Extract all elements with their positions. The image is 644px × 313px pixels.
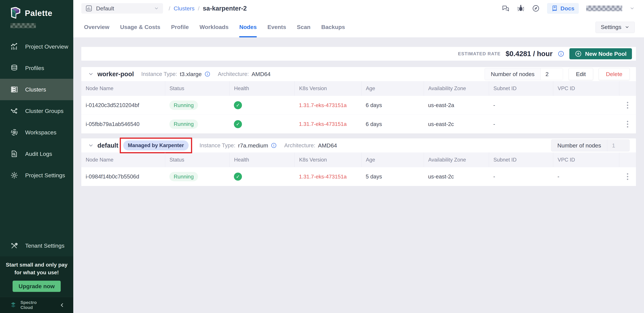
k8s-version: 1.31.7-eks-473151a <box>294 121 361 127</box>
tab-usage-costs[interactable]: Usage & Costs <box>120 17 160 37</box>
table-row: i-0984f14b0c7b5506d Running ✓ 1.31.7-eks… <box>81 167 636 186</box>
chevron-down-icon <box>154 6 159 11</box>
pool-controls: Number of nodes 2 Edit Delete <box>484 68 630 80</box>
topbar-actions: Docs <box>502 3 634 14</box>
tools-icon <box>10 242 18 250</box>
tab-scan[interactable]: Scan <box>297 17 310 37</box>
node-age: 6 days <box>361 102 424 108</box>
sidebar-item-cluster-groups[interactable]: Cluster Groups <box>0 100 73 122</box>
nodes-content: ESTIMATED RATE $0.4281 / hour New Node P… <box>73 37 644 313</box>
status-badge: Running <box>169 100 198 110</box>
docs-button[interactable]: Docs <box>547 3 579 14</box>
chat-icon[interactable] <box>502 4 510 12</box>
collapse-pool-icon[interactable] <box>88 71 94 77</box>
sidebar-item-audit-logs[interactable]: Audit Logs <box>0 143 73 165</box>
pool-header: worker-pool Instance Type: t3.xlarge Arc… <box>81 67 636 81</box>
architecture-meta: Architecture: AMD64 <box>218 71 270 77</box>
sidebar-item-label: Cluster Groups <box>25 108 64 114</box>
sidebar-item-label: Workspaces <box>25 129 56 136</box>
tab-overview[interactable]: Overview <box>84 17 109 37</box>
subnet-id: - <box>489 173 553 180</box>
number-of-nodes-control: Number of nodes 1 <box>551 139 630 151</box>
estimated-rate-label: ESTIMATED RATE <box>458 51 500 56</box>
palette-logo: Palette <box>0 0 73 19</box>
upgrade-now-button[interactable]: Upgrade now <box>12 281 61 292</box>
delete-pool-button[interactable]: Delete <box>599 68 630 80</box>
redacted-project-name <box>10 23 36 28</box>
tab-workloads[interactable]: Workloads <box>200 17 228 37</box>
book-icon <box>552 5 558 11</box>
sidebar-nav: Project Overview Profiles <box>0 36 73 186</box>
collapse-sidebar-icon[interactable] <box>59 302 65 308</box>
architecture-meta: Architecture: AMD64 <box>284 142 337 149</box>
node-name: i-0984f14b0c7b5506d <box>81 173 165 180</box>
new-node-pool-button[interactable]: New Node Pool <box>570 48 632 59</box>
availability-zone: us-east-2a <box>424 102 489 108</box>
row-menu-kebab-icon[interactable] <box>625 100 630 110</box>
chart-icon <box>10 43 18 50</box>
subnet-id: - <box>489 121 553 127</box>
layers-icon <box>10 64 18 72</box>
topbar: Default / Clusters / sa-karpenter-2 <box>73 0 644 17</box>
collapse-pool-icon[interactable] <box>88 143 94 148</box>
sidebar-item-profiles[interactable]: Profiles <box>0 57 73 79</box>
main-area: Default / Clusters / sa-karpenter-2 <box>73 0 644 313</box>
node-pool-worker-pool: worker-pool Instance Type: t3.xlarge Arc… <box>81 67 636 133</box>
edit-pool-button[interactable]: Edit <box>569 68 593 80</box>
sidebar-item-label: Audit Logs <box>25 151 52 157</box>
sidebar-item-workspaces[interactable]: Workspaces <box>0 122 73 143</box>
audit-log-icon <box>10 150 18 158</box>
tab-nodes[interactable]: Nodes <box>239 17 257 37</box>
tab-profile[interactable]: Profile <box>171 17 189 37</box>
k8s-version: 1.31.7-eks-473151a <box>294 174 361 180</box>
availability-zone: us-east-2c <box>424 173 489 180</box>
sidebar-item-label: Project Settings <box>25 172 65 179</box>
number-of-nodes-input-disabled: 1 <box>607 140 630 151</box>
tab-events[interactable]: Events <box>268 17 286 37</box>
pool-name: worker-pool <box>98 70 134 78</box>
node-name: i-05fbb79a1ab546540 <box>81 121 165 127</box>
sidebar-bottom: Tenant Settings Start small and only pay… <box>0 235 73 313</box>
sidebar-item-tenant-settings[interactable]: Tenant Settings <box>0 235 73 256</box>
status-badge: Running <box>169 172 198 181</box>
sidebar-item-clusters[interactable]: Clusters <box>0 79 73 100</box>
number-of-nodes-input[interactable]: 2 <box>540 68 563 80</box>
clusters-icon <box>10 86 18 93</box>
sidebar: Palette Project Overview <box>0 0 73 313</box>
status-badge: Running <box>169 119 198 129</box>
sidebar-item-project-overview[interactable]: Project Overview <box>0 36 73 57</box>
availability-zone: us-east-2c <box>424 121 489 127</box>
network-icon <box>10 107 18 115</box>
settings-button[interactable]: Settings <box>596 22 634 33</box>
sidebar-item-label: Project Overview <box>25 43 68 50</box>
breadcrumb: / Clusters / sa-karpenter-2 <box>169 5 247 12</box>
spectro-cloud-logo-icon <box>10 301 17 309</box>
breadcrumb-clusters-link[interactable]: Clusters <box>174 5 194 12</box>
promo-text: Start small and only pay for what you us… <box>5 261 68 276</box>
help-compass-icon[interactable] <box>532 4 540 12</box>
info-icon[interactable] <box>204 71 210 77</box>
node-table-header: Node Name Status Health K8s Version Age … <box>81 152 636 167</box>
node-pool-default: default Managed by Karpenter Instance Ty… <box>81 138 636 186</box>
sidebar-footer: Spectro Cloud <box>0 297 73 313</box>
estimated-rate-value: $0.4281 / hour <box>506 50 552 58</box>
info-icon[interactable] <box>271 142 277 148</box>
sidebar-item-project-settings[interactable]: Project Settings <box>0 165 73 186</box>
info-icon[interactable] <box>558 50 564 57</box>
row-menu-kebab-icon[interactable] <box>625 172 630 182</box>
target-icon <box>10 128 18 136</box>
managed-by-karpenter-badge: Managed by Karpenter <box>123 140 188 150</box>
tab-backups[interactable]: Backups <box>321 17 345 37</box>
project-selector-dropdown[interactable]: Default <box>81 3 163 13</box>
user-menu-chevron-icon[interactable] <box>630 6 634 11</box>
node-table-header: Node Name Status Health K8s Version Age … <box>81 81 636 96</box>
pool-header: default Managed by Karpenter Instance Ty… <box>81 138 636 152</box>
gear-icon <box>10 171 18 179</box>
node-name: i-01420c3d5210204bf <box>81 102 165 108</box>
plus-circle-icon <box>575 50 582 57</box>
pool-controls: Number of nodes 1 <box>551 139 630 151</box>
k8s-version: 1.31.7-eks-473151a <box>294 102 361 108</box>
row-menu-kebab-icon[interactable] <box>625 119 630 129</box>
bug-icon[interactable] <box>517 4 524 12</box>
health-check-icon: ✓ <box>234 120 242 128</box>
